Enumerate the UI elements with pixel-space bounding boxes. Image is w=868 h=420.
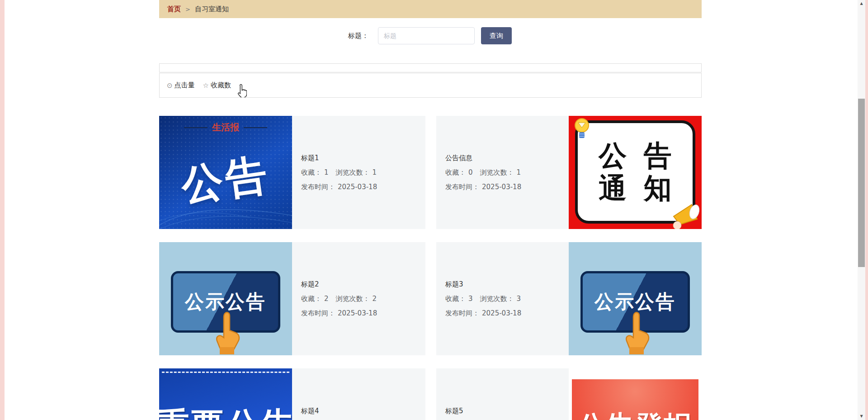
- page-edge-left: [0, 0, 5, 420]
- sort-hits-label: 点击量: [175, 81, 195, 90]
- scrollbar-thumb[interactable]: [858, 99, 865, 267]
- notice-card[interactable]: 生活报 公告 标题1 收藏：1浏览次数：1 发布时间：2025-03-18: [159, 116, 425, 229]
- card-text: 标题5: [436, 368, 569, 420]
- poster-red-panel: 公告登报: [572, 379, 698, 420]
- card-text: 标题2 收藏：2浏览次数：2 发布时间：2025-03-18: [292, 242, 425, 355]
- notice-image-gonggao-dengbao: 公告登报: [569, 368, 702, 420]
- mouse-cursor-hand-icon: [236, 84, 247, 97]
- card-date: 发布时间：2025-03-18: [445, 183, 569, 191]
- empty-panel: [159, 63, 702, 72]
- card-date: 发布时间：2025-03-18: [301, 183, 425, 191]
- notice-image-zhongyao-gonggao: 重要公告: [159, 368, 292, 420]
- card-stats: 收藏：3浏览次数：3: [445, 295, 569, 303]
- notice-image-gonggao-blue: 生活报 公告: [159, 116, 292, 229]
- page-edge-right: [865, 0, 868, 420]
- notice-card[interactable]: 公示公告 标题2 收藏：2浏览次数：2 发布时间：2025-03-18: [159, 242, 425, 355]
- scroll-down-arrow-icon[interactable]: ▼: [858, 413, 865, 420]
- card-stats: 收藏：0浏览次数：1: [445, 168, 569, 177]
- notice-card[interactable]: 公告信息 收藏：0浏览次数：1 发布时间：2025-03-18 公 告 通 知: [436, 116, 702, 229]
- pointing-hand-icon: [212, 311, 241, 354]
- card-stats: 收藏：2浏览次数：2: [301, 295, 425, 303]
- sort-favs-label: 收藏数: [211, 81, 231, 90]
- card-text: 标题4: [292, 368, 425, 420]
- card-text: 公告信息 收藏：0浏览次数：1 发布时间：2025-03-18: [436, 116, 569, 229]
- card-date: 发布时间：2025-03-18: [445, 309, 569, 318]
- scroll-up-arrow-icon[interactable]: ▲: [858, 0, 865, 7]
- breadcrumb: 首页 > 自习室通知: [159, 0, 702, 18]
- sort-by-favs[interactable]: ☆ 收藏数: [203, 81, 231, 90]
- megaphone-icon: [668, 196, 702, 229]
- breadcrumb-current: 自习室通知: [195, 5, 229, 14]
- notice-card[interactable]: 标题5 公告登报: [436, 368, 702, 420]
- clock-icon: ⊙: [167, 81, 173, 90]
- card-text: 标题1 收藏：1浏览次数：1 发布时间：2025-03-18: [292, 116, 425, 229]
- search-input[interactable]: [378, 27, 475, 44]
- notice-card[interactable]: 标题3 收藏：3浏览次数：3 发布时间：2025-03-18 公示公告: [436, 242, 702, 355]
- search-label: 标题：: [348, 27, 368, 44]
- scrollbar[interactable]: ▲ ▼: [858, 0, 865, 420]
- sort-by-hits[interactable]: ⊙ 点击量: [167, 81, 195, 90]
- lightbulb-icon: [571, 117, 592, 141]
- star-icon: ☆: [203, 81, 209, 90]
- poster-headline: 重要公告: [159, 403, 292, 420]
- card-title: 公告信息: [445, 154, 569, 162]
- card-date: 发布时间：2025-03-18: [301, 309, 425, 318]
- card-title: 标题1: [301, 154, 425, 162]
- card-title: 标题5: [445, 407, 569, 415]
- notice-card[interactable]: 重要公告 标题4: [159, 368, 425, 420]
- card-stats: 收藏：1浏览次数：1: [301, 168, 425, 177]
- card-text: 标题3 收藏：3浏览次数：3 发布时间：2025-03-18: [436, 242, 569, 355]
- pointing-hand-icon: [622, 311, 650, 354]
- notice-image-gonggao-tongzhi-red: 公 告 通 知: [569, 116, 702, 229]
- notice-image-gongshi-gonggao: 公示公告: [159, 242, 292, 355]
- page: 首页 > 自习室通知 标题： 查询 ⊙ 点击量 ☆ 收藏数 生活报 公告: [0, 0, 868, 420]
- notice-image-gongshi-gonggao: 公示公告: [569, 242, 702, 355]
- card-title: 标题4: [301, 407, 425, 415]
- breadcrumb-home-link[interactable]: 首页: [167, 5, 181, 14]
- poster-brand: 生活报: [159, 121, 292, 134]
- card-title: 标题2: [301, 280, 425, 289]
- card-title: 标题3: [445, 280, 569, 289]
- poster-headline: 公告登报: [577, 407, 693, 420]
- search-button[interactable]: 查询: [481, 27, 512, 44]
- breadcrumb-separator: >: [185, 6, 190, 13]
